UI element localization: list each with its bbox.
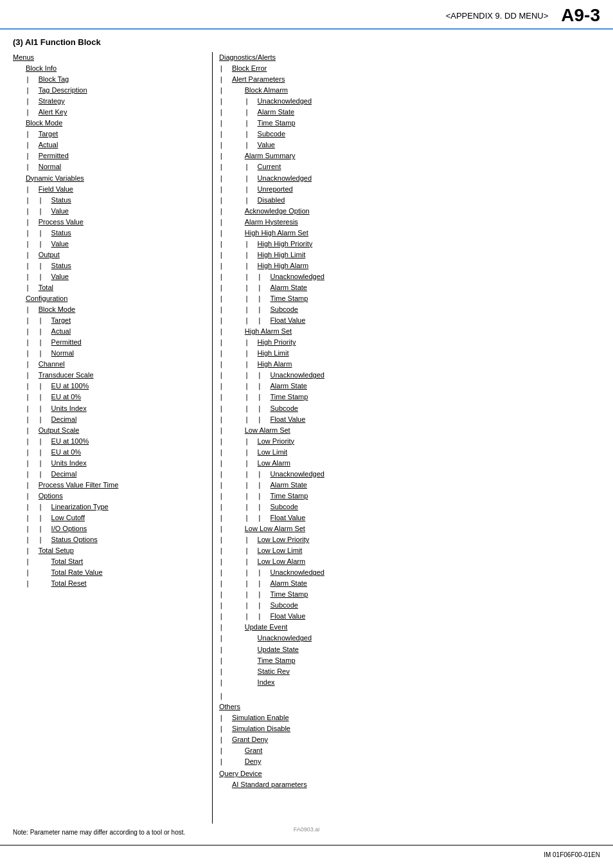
query-root: Query Device xyxy=(219,768,495,779)
list-item: | Simulation Disable xyxy=(219,723,495,734)
list-item: | Alarm Hysteresis xyxy=(219,217,495,228)
list-item: | Update State xyxy=(219,644,495,655)
list-item: | | | Alarm State xyxy=(219,381,495,392)
list-item: | | Unreported xyxy=(219,184,495,195)
list-item: | Unacknowledged xyxy=(219,633,495,644)
right-column: Diagnostics/Alerts | Block Error | Alert… xyxy=(213,52,495,824)
left-column: Menus Block Info | Block Tag | Tag Descr… xyxy=(13,52,212,824)
right-tree: Diagnostics/Alerts | Block Error | Alert… xyxy=(219,52,495,790)
list-item: | Block Error xyxy=(219,63,495,74)
right-root: Diagnostics/Alerts xyxy=(219,52,495,63)
list-item: | Channel xyxy=(13,359,206,370)
list-item: | | Value xyxy=(13,206,206,217)
list-item: | | Units Index xyxy=(13,458,206,469)
list-item: | Field Value xyxy=(13,184,206,195)
list-item: | Total Rate Value xyxy=(13,567,206,578)
list-item: | | | Time Stamp xyxy=(219,293,495,304)
list-item: | | | Float Value xyxy=(219,611,495,622)
list-item: | Grant Deny xyxy=(219,734,495,745)
list-item: | | Decimal xyxy=(13,469,206,480)
list-item: | | | Subcode xyxy=(219,304,495,315)
list-item: | Total Reset xyxy=(13,578,206,589)
list-item: | | Low Low Priority xyxy=(219,534,495,545)
main-content: Menus Block Info | Block Tag | Tag Descr… xyxy=(0,52,613,824)
list-item: | Alert Parameters xyxy=(219,74,495,85)
list-item: | Total Setup xyxy=(13,545,206,556)
list-item: | Alert Key xyxy=(13,107,206,118)
list-item: | Permitted xyxy=(13,150,206,161)
list-item: | Low Low Alarm Set xyxy=(219,523,495,534)
list-item: | Time Stamp xyxy=(219,655,495,666)
section-heading: (3) AI1 Function Block xyxy=(0,30,613,52)
list-item: | | Low Cutoff xyxy=(13,512,206,523)
list-item: | Grant xyxy=(219,745,495,756)
list-item: | | Status Options xyxy=(13,534,206,545)
list-item: | | | Float Value xyxy=(219,414,495,425)
list-item: | Actual xyxy=(13,140,206,150)
list-item: | | Low Alarm xyxy=(219,458,495,469)
header-title: <APPENDIX 9. DD MENU> xyxy=(446,11,549,21)
list-item: Block Mode xyxy=(13,118,206,129)
list-item: | | High Limit xyxy=(219,348,495,359)
document-reference: IM 01F06F00-01EN xyxy=(544,851,600,858)
list-item: | Strategy xyxy=(13,96,206,107)
list-item: | Target xyxy=(13,129,206,140)
list-item: | Alarm Summary xyxy=(219,150,495,161)
left-tree: Menus Block Info | Block Tag | Tag Descr… xyxy=(13,52,206,589)
list-item: | | | Float Value xyxy=(219,315,495,326)
list-item: | | Time Stamp xyxy=(219,118,495,129)
left-root: Menus xyxy=(13,52,206,63)
list-item: | | | Unacknowledged xyxy=(219,370,495,381)
list-item: | | Low Low Limit xyxy=(219,545,495,556)
list-item: | | EU at 100% xyxy=(13,381,206,392)
list-item: Dynamic Variables xyxy=(13,173,206,184)
list-item: | Static Rev xyxy=(219,666,495,677)
list-item: | Block Tag xyxy=(13,74,206,85)
list-item: | | EU at 0% xyxy=(13,447,206,458)
list-item: | | | Unacknowledged xyxy=(219,271,495,282)
list-item: | Normal xyxy=(13,161,206,172)
list-item: | Total Start xyxy=(13,556,206,567)
list-item: | | Low Low Alarm xyxy=(219,556,495,567)
list-item: | Options xyxy=(13,491,206,502)
list-item: | Deny xyxy=(219,756,495,767)
list-item: | | EU at 100% xyxy=(13,436,206,447)
image-reference: FA0903.ai xyxy=(294,826,320,833)
list-item: | Acknowledge Option xyxy=(219,206,495,217)
list-item: | | High Alarm xyxy=(219,359,495,370)
list-item: | | Low Limit xyxy=(219,447,495,458)
list-item: | Transducer Scale xyxy=(13,370,206,381)
list-item: | | | Subcode xyxy=(219,502,495,512)
list-item: | | | Alarm State xyxy=(219,282,495,293)
list-item: | | Status xyxy=(13,228,206,239)
list-item: | Output xyxy=(13,249,206,260)
list-item: | Update Event xyxy=(219,622,495,633)
list-item: | | Status xyxy=(13,260,206,271)
list-item: | | High High Limit xyxy=(219,249,495,260)
list-item: | | Current xyxy=(219,161,495,172)
list-item: | Simulation Enable xyxy=(219,712,495,723)
list-item: | | High High Alarm xyxy=(219,260,495,271)
list-item: | | Actual xyxy=(13,326,206,337)
list-item: | | Decimal xyxy=(13,414,206,425)
list-item: | | Permitted xyxy=(13,337,206,348)
list-item: | | I/O Options xyxy=(13,523,206,534)
list-item: | High High Alarm Set xyxy=(219,228,495,239)
list-item: | | Target xyxy=(13,315,206,326)
list-item: | | Linearization Type xyxy=(13,502,206,512)
list-item: | | | Time Stamp xyxy=(219,589,495,600)
list-item: | | Normal xyxy=(13,348,206,359)
list-item: | | EU at 0% xyxy=(13,392,206,402)
list-item: | Block Almarm xyxy=(219,85,495,96)
list-item: | | | Time Stamp xyxy=(219,392,495,402)
list-item: | Tag Description xyxy=(13,85,206,96)
list-item: | Index xyxy=(219,677,495,688)
list-item: AI Standard parameters xyxy=(219,779,495,790)
list-item: | | High Priority xyxy=(219,337,495,348)
page-number: A9-3 xyxy=(561,5,600,26)
list-item: | | Units Index xyxy=(13,403,206,414)
list-item: | | Low Priority xyxy=(219,436,495,447)
list-item: | | Unacknowledged xyxy=(219,96,495,107)
list-item: | | High High Priority xyxy=(219,239,495,249)
list-item: | | Subcode xyxy=(219,129,495,140)
